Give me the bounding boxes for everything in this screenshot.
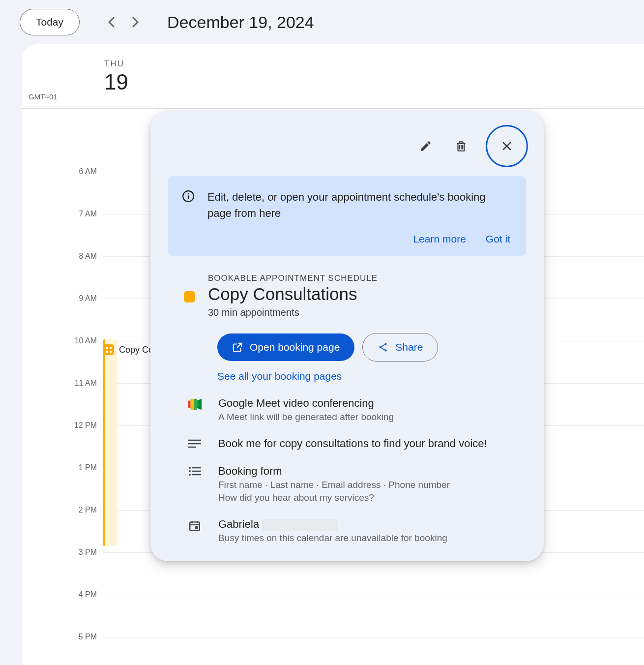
delete-button[interactable] (450, 135, 472, 157)
see-all-booking-pages-link[interactable]: See all your booking pages (217, 370, 516, 382)
open-booking-page-button[interactable]: Open booking page (217, 333, 354, 361)
description-text: Book me for copy consultations to find y… (218, 437, 487, 450)
day-of-week: THU (104, 59, 128, 69)
close-button-focus (486, 125, 528, 167)
calendar-event-block[interactable] (103, 339, 117, 546)
form-title: Booking form (218, 465, 450, 478)
next-day-button[interactable] (129, 15, 143, 29)
svg-rect-3 (110, 351, 112, 353)
svg-rect-26 (195, 526, 198, 529)
svg-point-9 (385, 349, 387, 351)
svg-rect-24 (190, 522, 200, 530)
close-button[interactable] (487, 126, 527, 166)
hour-label: 11 AM (62, 379, 97, 388)
day-header[interactable]: THU 19 (104, 59, 128, 94)
hour-label: 10 AM (62, 336, 97, 345)
svg-point-22 (189, 474, 191, 476)
meet-title: Google Meet video conferencing (218, 397, 394, 410)
hour-label: 8 AM (62, 252, 97, 261)
svg-rect-5 (188, 195, 189, 199)
schedule-subtitle: 30 min appointments (208, 307, 378, 318)
svg-point-7 (380, 346, 381, 348)
svg-rect-10 (188, 401, 191, 408)
current-date: December 19, 2024 (167, 13, 314, 32)
form-fields: First name · Last name · Email address ·… (218, 480, 450, 490)
got-it-button[interactable]: Got it (486, 233, 510, 245)
google-meet-icon (188, 398, 202, 410)
hour-row[interactable]: 4 PM (103, 595, 644, 637)
timezone-label: GMT+01 (29, 92, 58, 101)
svg-point-20 (189, 470, 191, 472)
hour-label: 9 AM (62, 294, 97, 303)
day-of-month: 19 (104, 70, 128, 94)
svg-rect-1 (110, 347, 112, 349)
svg-point-18 (189, 467, 191, 469)
owner-sub: Busy times on this calendar are unavaila… (218, 533, 447, 544)
meet-detail: Google Meet video conferencing A Meet li… (184, 397, 516, 423)
redacted-surname (262, 519, 338, 531)
owner-name: Gabriela (218, 518, 447, 531)
prev-day-button[interactable] (104, 15, 118, 29)
share-label: Share (395, 341, 423, 353)
hour-label: 4 PM (62, 590, 97, 599)
hour-label: 2 PM (62, 506, 97, 514)
owner-detail: Gabriela Busy times on this calendar are… (184, 518, 516, 544)
svg-rect-6 (188, 193, 189, 194)
open-in-new-icon (232, 342, 243, 353)
card-toolbar (160, 121, 534, 176)
hour-label: 12 PM (62, 421, 97, 430)
today-button[interactable]: Today (20, 9, 80, 35)
info-banner-text: Edit, delete, or open your appointment s… (207, 189, 510, 221)
booking-form-detail: Booking form First name · Last name · Em… (184, 465, 516, 503)
info-banner: Edit, delete, or open your appointment s… (168, 176, 526, 256)
event-color-dot (184, 291, 195, 302)
appointment-detail-card: Edit, delete, or open your appointment s… (150, 111, 544, 561)
trash-icon (455, 140, 468, 152)
pencil-icon (419, 140, 432, 152)
svg-rect-11 (191, 399, 194, 410)
hour-label: 5 PM (62, 633, 97, 641)
open-booking-label: Open booking page (250, 341, 340, 353)
learn-more-link[interactable]: Learn more (413, 233, 466, 245)
share-button[interactable]: Share (362, 333, 438, 362)
description-detail: Book me for copy consultations to find y… (184, 437, 516, 450)
hour-label: 3 PM (62, 548, 97, 557)
calendar-icon (188, 519, 202, 532)
svg-rect-12 (194, 399, 197, 410)
nav-arrows (104, 15, 143, 29)
hour-row[interactable]: 5 PM (103, 637, 644, 665)
form-question: How did you hear about my services? (218, 492, 450, 503)
svg-rect-0 (106, 347, 108, 349)
hour-label: 7 AM (62, 210, 97, 218)
info-icon (182, 190, 195, 221)
eyebrow-label: BOOKABLE APPOINTMENT SCHEDULE (208, 273, 378, 283)
hour-label: 1 PM (62, 463, 97, 472)
hour-label: 6 AM (62, 167, 97, 176)
edit-button[interactable] (415, 135, 437, 157)
form-icon (188, 466, 202, 476)
close-icon (501, 140, 513, 152)
svg-point-8 (385, 343, 387, 345)
appointment-icon (103, 344, 114, 355)
chevron-right-icon (132, 17, 139, 28)
schedule-title: Copy Consultations (208, 284, 378, 304)
svg-rect-2 (106, 351, 108, 353)
calendar-topbar: Today December 19, 2024 (0, 0, 644, 44)
share-icon (378, 342, 388, 353)
description-icon (188, 439, 202, 449)
chevron-left-icon (108, 17, 115, 28)
meet-sub: A Meet link will be generated after book… (218, 412, 394, 423)
